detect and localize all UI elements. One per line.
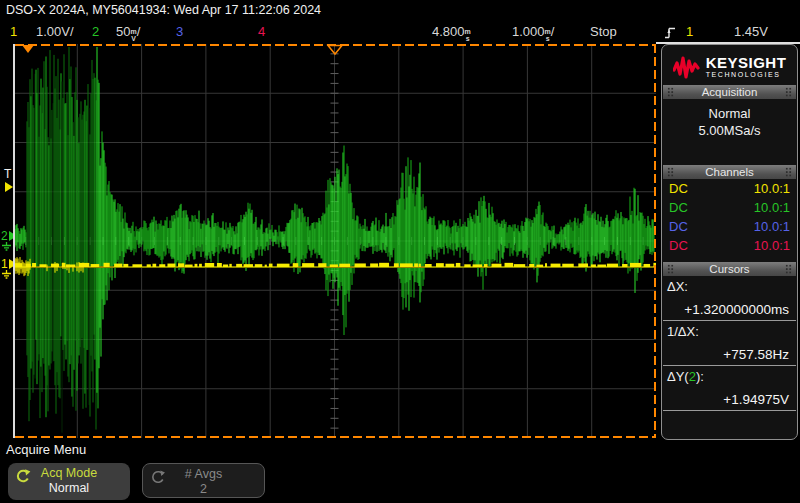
rotate-knob-icon [150,469,166,485]
channel-row-2: DC 10.0:1 [662,198,797,217]
timebase-readout: 1.000ms/ [512,24,554,42]
cursor-dy: ΔY(2): +1.94975V [663,369,796,411]
ch1-scale: 1.00V/ [36,24,74,39]
softkey-num-avgs[interactable]: # Avgs 2 [142,463,265,498]
channels-section-header: Channels [663,165,796,179]
cursor-dy-value: +1.94975V [663,392,796,407]
ch2-scale: 50mV/ [116,24,140,42]
trigger-level: 1.45V [734,24,768,39]
scope-display [13,44,656,438]
ch1-marker-label: 1 [1,258,8,270]
cursor-inv-dx-label: 1/ΔX: [663,324,796,339]
cursor-dx-label: ΔX: [663,279,796,294]
channel-probe: 10.0:1 [754,217,790,236]
cursor-dx: ΔX: +1.320000000ms [663,279,796,321]
channel-coupling: DC [669,198,688,217]
menu-title: Acquire Menu [6,442,86,457]
run-state: Stop [590,24,617,39]
trigger-level-marker-icon [5,182,13,192]
ch4-number: 4 [258,24,265,39]
info-panel: KEYSIGHT TECHNOLOGIES Acquisition Normal… [661,44,798,440]
ch3-number: 3 [176,24,183,39]
channel-probe: 10.0:1 [754,198,790,217]
channel-row-1: DC 10.0:1 [662,179,797,198]
channel-probe: 10.0:1 [754,236,790,255]
cursor-inv-dx-value: +757.58Hz [663,347,796,362]
waveform-plot [13,44,656,438]
keysight-logo: KEYSIGHT TECHNOLOGIES [662,51,797,83]
graticule-border-top [15,44,656,46]
acquisition-section-header: Acquisition [663,85,796,99]
cursor-inv-dx: 1/ΔX: +757.58Hz [663,324,796,366]
acquisition-mode: Normal [662,105,797,122]
channel-coupling: DC [669,236,688,255]
cursor-dx-value: +1.320000000ms [663,302,796,317]
ch2-ground-icon [1,242,12,251]
channel-coupling: DC [669,217,688,236]
graticule-border-left [13,44,15,438]
delay-readout: 4.800ms [432,24,471,42]
channel-probe: 10.0:1 [754,179,790,198]
cursors-section-header: Cursors [663,262,796,276]
ch2-number: 2 [92,24,99,39]
ch1-number: 1 [10,24,17,39]
keysight-spark-icon [673,54,701,80]
trigger-level-label: T [4,168,11,180]
rotate-knob-icon [15,468,31,484]
graticule-border-right [654,44,656,438]
softkey-acq-mode[interactable]: Acq Mode Normal [8,463,130,500]
graticule-border-bottom [15,436,656,438]
cursor-dy-label: ΔY(2): [663,369,796,384]
trigger-source: 1 [686,24,693,39]
ch2-marker-label: 2 [1,230,8,242]
logo-sub-text: TECHNOLOGIES [706,70,787,79]
channel-row-4: DC 10.0:1 [662,236,797,255]
cursor-dy-channel: 2 [689,369,696,384]
instrument-title: DSO-X 2024A, MY56041934: Wed Apr 17 11:2… [6,3,321,17]
logo-brand-text: KEYSIGHT [706,55,787,70]
channel-coupling: DC [669,179,688,198]
ch1-ground-icon [1,270,12,279]
channel-row-3: DC 10.0:1 [662,217,797,236]
sample-rate: 5.00MSa/s [662,122,797,139]
